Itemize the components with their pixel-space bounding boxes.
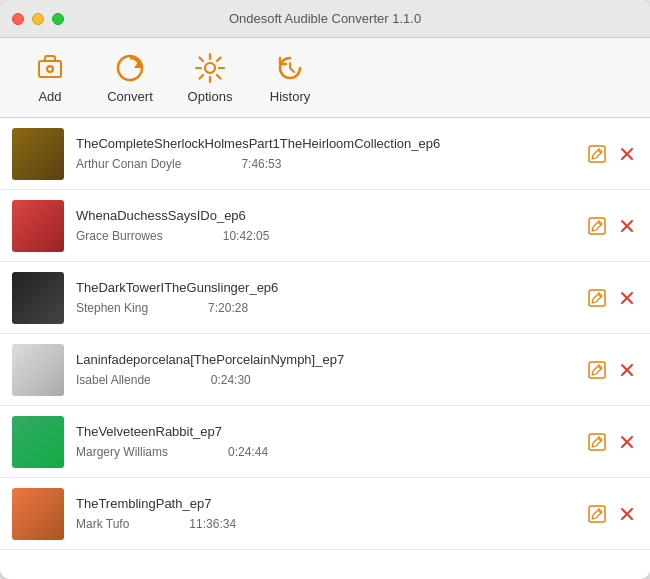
edit-button[interactable] <box>586 143 608 165</box>
book-title: TheTremblingPath_ep7 <box>76 496 574 511</box>
delete-button[interactable] <box>616 359 638 381</box>
edit-button[interactable] <box>586 503 608 525</box>
book-meta: Margery Williams 0:24:44 <box>76 445 574 459</box>
book-actions <box>586 215 638 237</box>
edit-button[interactable] <box>586 359 608 381</box>
book-author: Grace Burrowes <box>76 229 163 243</box>
delete-button[interactable] <box>616 215 638 237</box>
book-row: TheTremblingPath_ep7 Mark Tufo 11:36:34 <box>0 478 650 550</box>
book-duration: 11:36:34 <box>189 517 236 531</box>
book-cover <box>12 272 64 324</box>
book-info: TheDarkTowerITheGunslinger_ep6 Stephen K… <box>76 280 574 315</box>
svg-line-8 <box>200 58 204 62</box>
delete-button[interactable] <box>616 143 638 165</box>
book-info: WhenaDuchessSaysIDo_ep6 Grace Burrowes 1… <box>76 208 574 243</box>
book-cover <box>12 200 64 252</box>
book-author: Stephen King <box>76 301 148 315</box>
svg-point-3 <box>205 63 215 73</box>
book-info: TheCompleteSherlockHolmesPart1TheHeirloo… <box>76 136 574 171</box>
delete-button[interactable] <box>616 503 638 525</box>
svg-line-9 <box>217 75 221 79</box>
book-title: WhenaDuchessSaysIDo_ep6 <box>76 208 574 223</box>
book-actions <box>586 287 638 309</box>
book-duration: 10:42:05 <box>223 229 270 243</box>
book-row: TheCompleteSherlockHolmesPart1TheHeirloo… <box>0 118 650 190</box>
toolbar: Add Convert <box>0 38 650 118</box>
close-button[interactable] <box>12 13 24 25</box>
svg-rect-20 <box>589 290 605 306</box>
svg-line-10 <box>217 58 221 62</box>
book-meta: Mark Tufo 11:36:34 <box>76 517 574 531</box>
book-cover <box>12 128 64 180</box>
edit-button[interactable] <box>586 287 608 309</box>
book-meta: Stephen King 7:20:28 <box>76 301 574 315</box>
book-row: WhenaDuchessSaysIDo_ep6 Grace Burrowes 1… <box>0 190 650 262</box>
svg-rect-32 <box>589 506 605 522</box>
book-duration: 7:46:53 <box>241 157 281 171</box>
book-duration: 0:24:30 <box>211 373 251 387</box>
book-author: Arthur Conan Doyle <box>76 157 181 171</box>
add-label: Add <box>38 89 61 104</box>
delete-button[interactable] <box>616 287 638 309</box>
convert-label: Convert <box>107 89 153 104</box>
options-toolbar-button[interactable]: Options <box>170 43 250 113</box>
book-actions <box>586 503 638 525</box>
book-info: TheVelveteenRabbit_ep7 Margery Williams … <box>76 424 574 459</box>
book-row: Laninfadeporcelana[ThePorcelainNymph]_ep… <box>0 334 650 406</box>
options-icon <box>193 51 227 85</box>
traffic-lights <box>12 13 64 25</box>
book-author: Mark Tufo <box>76 517 129 531</box>
add-icon <box>33 51 67 85</box>
book-title: TheCompleteSherlockHolmesPart1TheHeirloo… <box>76 136 574 151</box>
options-label: Options <box>188 89 233 104</box>
book-meta: Arthur Conan Doyle 7:46:53 <box>76 157 574 171</box>
book-meta: Grace Burrowes 10:42:05 <box>76 229 574 243</box>
convert-toolbar-button[interactable]: Convert <box>90 43 170 113</box>
svg-rect-28 <box>589 434 605 450</box>
book-actions <box>586 359 638 381</box>
book-info: Laninfadeporcelana[ThePorcelainNymph]_ep… <box>76 352 574 387</box>
history-icon <box>273 51 307 85</box>
convert-icon <box>113 51 147 85</box>
book-actions <box>586 143 638 165</box>
edit-button[interactable] <box>586 431 608 453</box>
maximize-button[interactable] <box>52 13 64 25</box>
book-actions <box>586 431 638 453</box>
book-duration: 7:20:28 <box>208 301 248 315</box>
title-bar: Ondesoft Audible Converter 1.1.0 <box>0 0 650 38</box>
book-cover <box>12 488 64 540</box>
book-row: TheDarkTowerITheGunslinger_ep6 Stephen K… <box>0 262 650 334</box>
book-list: TheCompleteSherlockHolmesPart1TheHeirloo… <box>0 118 650 579</box>
svg-rect-12 <box>589 146 605 162</box>
svg-rect-24 <box>589 362 605 378</box>
edit-button[interactable] <box>586 215 608 237</box>
book-cover <box>12 416 64 468</box>
minimize-button[interactable] <box>32 13 44 25</box>
book-author: Margery Williams <box>76 445 168 459</box>
book-title: TheDarkTowerITheGunslinger_ep6 <box>76 280 574 295</box>
book-author: Isabel Allende <box>76 373 151 387</box>
window-title: Ondesoft Audible Converter 1.1.0 <box>229 11 421 26</box>
book-row: TheVelveteenRabbit_ep7 Margery Williams … <box>0 406 650 478</box>
book-title: TheVelveteenRabbit_ep7 <box>76 424 574 439</box>
history-toolbar-button[interactable]: History <box>250 43 330 113</box>
svg-rect-16 <box>589 218 605 234</box>
book-title: Laninfadeporcelana[ThePorcelainNymph]_ep… <box>76 352 574 367</box>
delete-button[interactable] <box>616 431 638 453</box>
history-label: History <box>270 89 310 104</box>
book-meta: Isabel Allende 0:24:30 <box>76 373 574 387</box>
book-cover <box>12 344 64 396</box>
book-duration: 0:24:44 <box>228 445 268 459</box>
book-info: TheTremblingPath_ep7 Mark Tufo 11:36:34 <box>76 496 574 531</box>
svg-line-11 <box>200 75 204 79</box>
add-toolbar-button[interactable]: Add <box>10 43 90 113</box>
